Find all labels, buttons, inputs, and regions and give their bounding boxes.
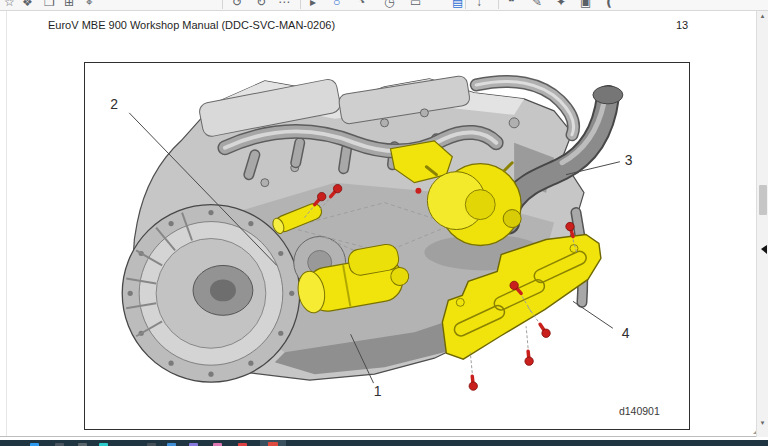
zoom-level-field[interactable]: ▭ <box>410 0 421 9</box>
fit-page-icon[interactable]: ▤ <box>452 0 463 9</box>
scrollbar-thumb[interactable] <box>759 185 767 215</box>
vertical-scrollbar[interactable]: ▴ ▾ <box>756 11 768 437</box>
mouse-cursor <box>761 245 767 254</box>
taskbar-active-app-icon <box>268 442 278 446</box>
select-tool-icon[interactable]: ▸ <box>310 0 316 9</box>
print-icon[interactable]: ⊞ <box>64 0 74 9</box>
toolbar-divider <box>465 0 466 9</box>
redo-icon[interactable]: ↻ <box>256 0 266 9</box>
document-header-title: EuroV MBE 900 Workshop Manual (DDC-SVC-M… <box>48 19 335 31</box>
window-bottom-edge <box>0 436 768 437</box>
zoom-in-icon[interactable]: ◔ <box>358 0 365 9</box>
engine-figure-frame: 2 3 1 4 d140901 <box>84 62 690 430</box>
snapshot-icon[interactable]: ❐ <box>44 0 55 9</box>
scroll-down-arrow[interactable]: ▾ <box>757 419 768 427</box>
page-number: 13 <box>676 19 688 31</box>
engine-illustration: 2 3 1 4 d140901 <box>85 63 689 429</box>
comment-icon[interactable]: ❝ <box>508 0 514 9</box>
undo-icon[interactable]: ↺ <box>232 0 242 9</box>
history-icon[interactable]: ◷ <box>384 0 394 9</box>
signature-icon[interactable]: ✎ <box>532 0 542 9</box>
edit-icon[interactable]: ▣ <box>580 0 591 9</box>
scroll-mode-icon[interactable]: ↓ <box>476 0 482 9</box>
page-field-icon[interactable]: ⋯ <box>278 0 290 9</box>
callout-4: 4 <box>622 325 630 341</box>
attach-icon[interactable]: ❪ <box>604 0 614 9</box>
callout-2: 2 <box>110 96 118 112</box>
hand-tool-icon[interactable]: ❖ <box>22 0 33 9</box>
toolbar-divider <box>222 0 223 9</box>
window-left-edge <box>6 11 7 436</box>
scroll-up-arrow[interactable]: ▴ <box>757 12 768 20</box>
stamp-icon[interactable]: ✦ <box>556 0 566 9</box>
pdf-toolbar: ☆ ❖ ❐ ⊞ ⌖ ↺ ↻ ⋯ ▸ ○ ◔ ◷ ▭ ▤ ↓ ❝ ✎ ✦ ▣ ❪ <box>0 0 768 11</box>
toolbar-divider <box>498 0 499 9</box>
taskbar <box>0 440 768 446</box>
zoom-out-icon[interactable]: ○ <box>333 0 340 9</box>
callout-3: 3 <box>625 152 633 168</box>
bookmark-icon[interactable]: ☆ <box>4 0 15 9</box>
taskbar-active-app[interactable] <box>260 440 286 446</box>
toolbar-divider <box>300 0 301 9</box>
callout-1: 1 <box>374 383 382 399</box>
figure-id-label: d140901 <box>619 406 660 417</box>
zoom-search-icon[interactable]: ⌖ <box>86 0 93 9</box>
